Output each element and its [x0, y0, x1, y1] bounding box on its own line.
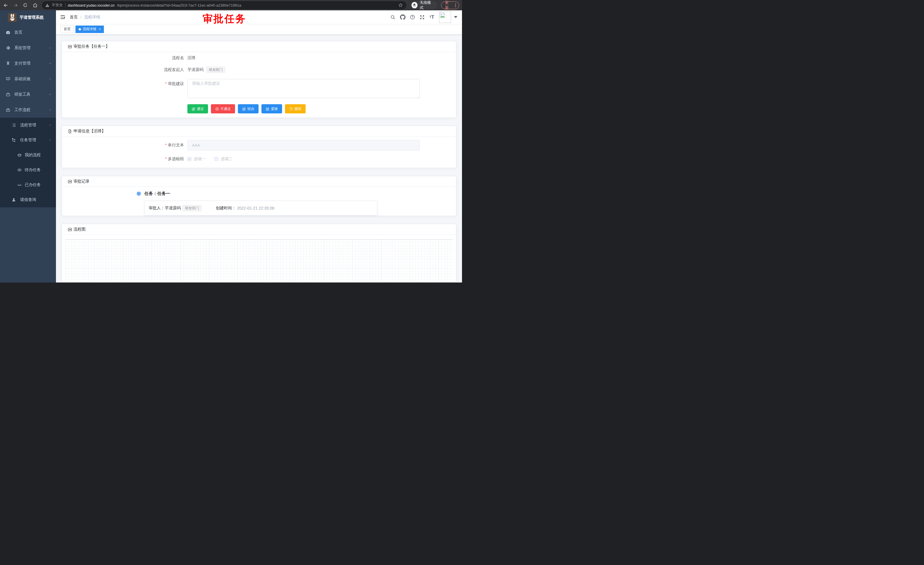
- sidebar-item-todo-tasks[interactable]: 待办任务: [0, 162, 56, 177]
- font-size-icon[interactable]: TT: [429, 14, 435, 20]
- checkbox-unchecked-icon: [214, 157, 218, 161]
- security-label: 不安全: [52, 3, 63, 8]
- sidebar-item-label: 流程管理: [20, 123, 48, 128]
- field-label: 流程发起人: [68, 67, 188, 72]
- page-content: 审批任务【任务一】 流程名 滔博 流程发起人 芋道源码 研发部门: [56, 35, 462, 282]
- sidebar-item-pay[interactable]: ¥ 支付管理: [0, 56, 56, 71]
- card-header: 流程图: [62, 224, 456, 235]
- document-icon: [68, 129, 72, 134]
- card-header: 审批记录: [62, 176, 456, 187]
- browser-toolbar: 不安全 dashboard.yudao.iocoder.cn/bpm/proce…: [0, 0, 462, 11]
- chevron-down-icon: [48, 62, 52, 65]
- address-bar[interactable]: 不安全 dashboard.yudao.iocoder.cn/bpm/proce…: [42, 1, 406, 9]
- logo-avatar: [8, 13, 16, 22]
- delegate-button[interactable]: 委派: [261, 104, 282, 113]
- picture-outline-icon: [68, 227, 72, 232]
- back-icon[interactable]: [3, 2, 9, 8]
- apply-info-card: 申请信息【滔博】 单行文本 多选框组 选项一: [62, 126, 456, 168]
- sidebar-item-label: 待办任务: [25, 167, 52, 173]
- home-icon[interactable]: [32, 2, 38, 8]
- sidebar-item-my-process[interactable]: 我的流程: [0, 147, 56, 162]
- sidebar-item-label: 工作流程: [14, 107, 48, 113]
- sidebar-item-label: 支付管理: [14, 61, 48, 66]
- bookmark-star-icon[interactable]: [398, 3, 403, 8]
- sidebar-item-devtools[interactable]: 研发工具: [0, 87, 56, 102]
- tag-home[interactable]: 首页: [60, 26, 74, 33]
- sidebar-item-label: 研发工具: [14, 92, 48, 97]
- card-title: 申请信息【滔博】: [74, 129, 106, 134]
- checkbox-checked-icon: [188, 157, 191, 161]
- breadcrumb-home[interactable]: 首页: [70, 15, 78, 20]
- checkbox-group-row: 多选框组 选项一 选项二: [68, 156, 450, 162]
- tree-icon: [12, 138, 16, 143]
- edit-icon: [192, 107, 195, 111]
- sidebar-item-task-mgmt[interactable]: 任务管理: [0, 133, 56, 147]
- security-warning-icon[interactable]: [45, 3, 50, 7]
- single-line-text-input: [188, 140, 420, 150]
- checkbox-group: 选项一 选项二: [188, 156, 233, 162]
- incognito-badge: 无痕模式: [410, 1, 437, 9]
- briefcase-icon: [6, 108, 10, 112]
- checkbox-option2: 选项二: [214, 156, 233, 162]
- avatar-caret-icon[interactable]: [454, 16, 458, 18]
- sidebar-item-system[interactable]: 系统管理: [0, 40, 56, 56]
- sidebar-item-process-mgmt[interactable]: 流程管理: [0, 118, 56, 133]
- top-navbar: 首页 / 流程详情 TT: [56, 11, 462, 24]
- fullscreen-icon[interactable]: [419, 14, 425, 20]
- record-detail-card: 审批人： 芋道源码 研发部门 创建时间： 2022-01-21 22:35:08: [144, 201, 377, 216]
- chevron-down-icon: [48, 93, 52, 96]
- sidebar-item-label: 我的流程: [25, 152, 52, 158]
- sidebar-logo[interactable]: 芋道管理系统: [0, 11, 56, 25]
- dashboard-icon: [6, 30, 10, 35]
- forward-icon[interactable]: [13, 2, 18, 8]
- return-button[interactable]: 退回: [285, 104, 306, 113]
- tag-process-detail[interactable]: 流程详情 ×: [75, 26, 104, 33]
- yen-icon: ¥: [6, 61, 10, 66]
- url-path: /bpm/process-instance/detail?id=54aa251f…: [117, 3, 241, 8]
- approver-label: 审批人：: [148, 206, 165, 211]
- search-icon[interactable]: [390, 14, 396, 20]
- bpmn-canvas[interactable]: [65, 239, 453, 282]
- opinion-textarea[interactable]: [188, 79, 420, 98]
- browser-update-button[interactable]: 更新: [441, 2, 459, 9]
- sidebar-item-done-tasks[interactable]: 已办任务: [0, 177, 56, 192]
- approve-button[interactable]: 通过: [188, 104, 208, 113]
- chevron-down-icon: [48, 123, 52, 127]
- sidebar-item-workflow[interactable]: 工作流程: [0, 102, 56, 118]
- tag-label: 流程详情: [82, 27, 96, 32]
- reject-button[interactable]: 不通过: [211, 104, 235, 113]
- active-dot: [79, 28, 81, 30]
- browser-menu-icon[interactable]: [454, 3, 457, 7]
- sidebar-item-infra[interactable]: 基础设施: [0, 71, 56, 87]
- sidebar-fold-icon[interactable]: [60, 14, 66, 20]
- checkbox-label: 选项二: [220, 156, 233, 162]
- sidebar-item-home[interactable]: 首页: [0, 25, 56, 40]
- card-title: 审批记录: [74, 179, 90, 184]
- reload-icon[interactable]: [22, 2, 28, 8]
- button-label: 委派: [271, 107, 278, 111]
- field-label: 多选框组: [68, 156, 188, 162]
- tag-label: 首页: [64, 27, 70, 32]
- button-label: 退回: [294, 107, 301, 111]
- picture-outline-icon: [68, 44, 72, 49]
- edit-icon: [266, 107, 270, 111]
- breadcrumb-current: 流程详情: [84, 15, 100, 20]
- initiator-row: 流程发起人 芋道源码 研发部门: [68, 67, 450, 73]
- tag-close-icon[interactable]: ×: [99, 27, 101, 31]
- avatar[interactable]: [439, 12, 451, 23]
- help-icon[interactable]: [409, 14, 416, 20]
- card-header: 审批任务【任务一】: [62, 41, 456, 52]
- card-header: 申请信息【滔博】: [62, 126, 456, 137]
- breadcrumb-separator: /: [80, 15, 81, 20]
- field-label: 单行文本: [68, 143, 188, 148]
- approval-task-card: 审批任务【任务一】 流程名 滔博 流程发起人 芋道源码 研发部门: [62, 41, 456, 118]
- button-label: 不通过: [220, 107, 231, 111]
- github-icon[interactable]: [399, 14, 406, 20]
- incognito-icon: [411, 2, 417, 8]
- edit-icon: [242, 107, 246, 111]
- sidebar-item-leave-query[interactable]: 请假查询: [0, 192, 56, 207]
- circle-close-icon: [215, 107, 219, 111]
- text-field-row: 单行文本: [68, 140, 450, 150]
- chevron-up-icon: [48, 138, 52, 142]
- transfer-button[interactable]: 转办: [238, 104, 258, 113]
